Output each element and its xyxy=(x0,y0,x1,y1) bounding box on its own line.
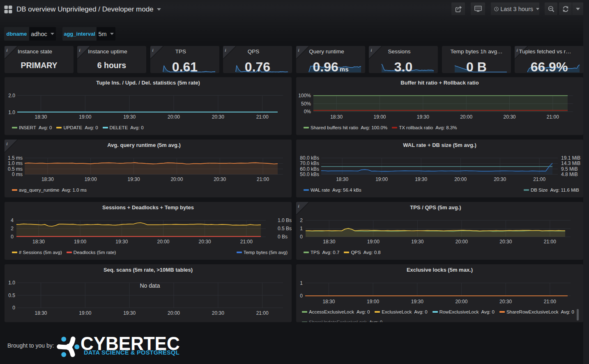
svg-text:0.5 ms: 0.5 ms xyxy=(8,166,23,172)
svg-text:19:30: 19:30 xyxy=(115,239,128,245)
svg-text:20:00: 20:00 xyxy=(157,239,169,245)
svg-text:0 ms: 0 ms xyxy=(12,172,23,177)
svg-text:0: 0 xyxy=(11,234,14,240)
svg-text:9.5 MiB: 9.5 MiB xyxy=(561,166,578,172)
svg-text:18:30: 18:30 xyxy=(35,310,47,316)
svg-text:80.0 kBs: 80.0 kBs xyxy=(300,155,319,161)
svg-text:21:00: 21:00 xyxy=(256,310,269,316)
svg-text:20:00: 20:00 xyxy=(454,176,467,182)
svg-text:2: 2 xyxy=(11,226,14,231)
svg-text:20:30: 20:30 xyxy=(494,176,506,182)
svg-text:19:00: 19:00 xyxy=(79,310,91,316)
svg-text:18:30: 18:30 xyxy=(330,114,343,120)
svg-text:100%: 100% xyxy=(298,93,311,98)
svg-text:19:00: 19:00 xyxy=(85,176,97,182)
svg-text:1.0 Bs: 1.0 Bs xyxy=(278,217,292,223)
svg-text:20:30: 20:30 xyxy=(503,114,515,120)
svg-text:18:30: 18:30 xyxy=(41,176,54,182)
svg-text:20:00: 20:00 xyxy=(460,114,472,120)
svg-text:19:00: 19:00 xyxy=(367,299,379,304)
svg-text:20:00: 20:00 xyxy=(168,114,180,120)
svg-text:14.3 MiB: 14.3 MiB xyxy=(561,160,580,166)
svg-text:4.8 MiB: 4.8 MiB xyxy=(561,172,578,177)
svg-text:0 Bs: 0 Bs xyxy=(278,234,288,240)
svg-text:19:30: 19:30 xyxy=(123,310,136,316)
svg-text:2.0: 2.0 xyxy=(8,93,15,98)
svg-text:18:30: 18:30 xyxy=(32,239,45,245)
svg-text:1.0 ms: 1.0 ms xyxy=(8,160,23,166)
svg-text:20:00: 20:00 xyxy=(455,299,467,304)
svg-text:21:00: 21:00 xyxy=(256,114,269,120)
svg-text:19.1 MiB: 19.1 MiB xyxy=(561,155,580,161)
svg-text:0: 0 xyxy=(300,234,303,240)
svg-text:19:30: 19:30 xyxy=(411,299,423,304)
svg-text:20:30: 20:30 xyxy=(214,176,226,182)
svg-text:20:00: 20:00 xyxy=(170,176,183,182)
svg-text:1.0: 1.0 xyxy=(8,110,15,115)
svg-text:19:30: 19:30 xyxy=(415,176,427,182)
svg-text:0%: 0% xyxy=(304,109,311,114)
svg-text:19:30: 19:30 xyxy=(411,239,423,245)
svg-text:50%: 50% xyxy=(301,101,311,107)
svg-text:4: 4 xyxy=(11,217,14,223)
svg-text:18:30: 18:30 xyxy=(336,176,348,182)
svg-text:19:00: 19:00 xyxy=(375,176,388,182)
svg-text:1.0: 1.0 xyxy=(8,280,15,286)
svg-text:21:00: 21:00 xyxy=(240,239,253,245)
svg-text:19:30: 19:30 xyxy=(128,176,140,182)
svg-text:18:30: 18:30 xyxy=(323,239,335,245)
svg-text:1: 1 xyxy=(300,280,303,286)
svg-text:20:30: 20:30 xyxy=(199,239,211,245)
svg-text:2: 2 xyxy=(300,217,303,223)
svg-text:18:30: 18:30 xyxy=(322,299,335,304)
svg-text:50.0 kBs: 50.0 kBs xyxy=(300,172,319,177)
svg-text:60.0 kBs: 60.0 kBs xyxy=(300,166,319,172)
svg-text:70.0 kBs: 70.0 kBs xyxy=(300,160,319,166)
svg-text:1.5 ms: 1.5 ms xyxy=(8,155,23,161)
svg-text:1: 1 xyxy=(300,226,303,231)
svg-text:20:30: 20:30 xyxy=(499,299,512,304)
svg-text:0: 0 xyxy=(12,305,15,311)
svg-text:0.5 Bs: 0.5 Bs xyxy=(278,226,292,231)
svg-text:19:00: 19:00 xyxy=(373,114,386,120)
svg-text:20:30: 20:30 xyxy=(212,114,224,120)
svg-text:20:00: 20:00 xyxy=(168,310,180,316)
svg-text:19:30: 19:30 xyxy=(123,114,136,120)
svg-text:21:00: 21:00 xyxy=(544,299,556,304)
svg-text:19:00: 19:00 xyxy=(367,239,380,245)
svg-text:20:30: 20:30 xyxy=(499,239,512,245)
svg-text:18:30: 18:30 xyxy=(35,114,47,120)
svg-text:0: 0 xyxy=(300,293,303,299)
svg-text:21:00: 21:00 xyxy=(257,176,269,182)
svg-text:19:00: 19:00 xyxy=(79,114,91,120)
svg-text:21:00: 21:00 xyxy=(547,114,559,120)
svg-text:0.5: 0.5 xyxy=(8,293,15,298)
svg-text:21:00: 21:00 xyxy=(533,176,545,182)
svg-text:19:00: 19:00 xyxy=(74,239,86,245)
svg-text:No data: No data xyxy=(140,282,160,289)
svg-text:20:00: 20:00 xyxy=(456,239,468,245)
svg-text:20:30: 20:30 xyxy=(212,310,224,316)
svg-text:19:30: 19:30 xyxy=(417,114,429,120)
svg-text:21:00: 21:00 xyxy=(544,239,556,245)
